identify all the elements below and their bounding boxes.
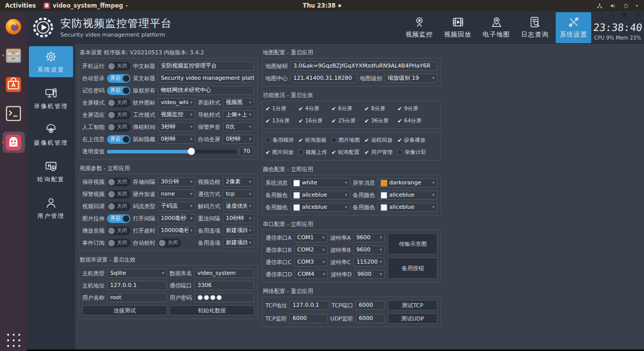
dock-item-video-app[interactable] bbox=[3, 132, 25, 153]
fullscreen-mode-toggle[interactable]: 关闭 bbox=[107, 99, 130, 107]
sidebar-item-nvr[interactable]: 录像机管理 bbox=[29, 83, 73, 114]
checkbox-checked[interactable]: ✔4分屏 bbox=[298, 105, 329, 112]
hw-accel-select[interactable]: none▾ bbox=[158, 189, 195, 199]
checkbox-checked[interactable]: ✔用户管理 bbox=[364, 149, 395, 156]
opacity-slider[interactable] bbox=[107, 147, 236, 155]
power-icon[interactable] bbox=[623, 3, 629, 9]
sidebar-item-gear[interactable]: 系统设置 bbox=[29, 46, 73, 77]
map-zoom-select[interactable]: 缩放级别 19▾ bbox=[385, 74, 437, 83]
work-mode-select[interactable]: 视频监控▾ bbox=[158, 110, 195, 119]
play-audio-toggle[interactable]: 关闭 bbox=[107, 227, 130, 235]
video-border-select[interactable]: 2像素▾ bbox=[223, 177, 254, 186]
checkbox-checked[interactable]: ✔图片回放 bbox=[265, 149, 296, 156]
sidebar-item-user[interactable]: 用户管理 bbox=[29, 193, 73, 224]
checkbox-checked[interactable]: ✔36分屏 bbox=[364, 117, 395, 124]
nav-webcam[interactable]: 视频监控 bbox=[401, 12, 437, 43]
copyright-input[interactable]: 物联网技术研究中心 bbox=[158, 86, 254, 95]
transfer-diagram-button[interactable]: 传输示意图 bbox=[388, 233, 437, 254]
checkbox-checked[interactable]: ✔25分屏 bbox=[331, 117, 362, 124]
alarm-sound-select[interactable]: 0次▾ bbox=[223, 122, 254, 132]
remember-password-toggle[interactable]: 开启 bbox=[107, 86, 130, 95]
spare-button[interactable]: 备用按钮 bbox=[388, 258, 437, 279]
checkbox-checked[interactable]: ✔远程回放 bbox=[364, 137, 395, 144]
restore-button[interactable] bbox=[622, 13, 627, 18]
auto-fullscreen-select[interactable]: 0秒钟▾ bbox=[223, 135, 254, 144]
boot-run-toggle[interactable]: 关闭 bbox=[107, 62, 130, 71]
baud-a-select[interactable]: 9600▾ bbox=[353, 233, 385, 242]
stream-type-select[interactable]: 子码流▾ bbox=[158, 202, 195, 211]
app-icon-select[interactable]: video_white▾ bbox=[158, 98, 195, 107]
dock-item-ubuntu-software[interactable] bbox=[3, 74, 25, 95]
video-callback-toggle[interactable]: 关闭 bbox=[107, 202, 130, 211]
activities-button[interactable]: Activities bbox=[5, 2, 36, 9]
save-video-toggle[interactable]: 关闭 bbox=[107, 178, 130, 186]
nav-log[interactable]: 日志查询 bbox=[517, 12, 553, 43]
app-menu-button[interactable]: video_system_ffmpeg ▾ bbox=[43, 2, 128, 9]
dock-item-firefox[interactable] bbox=[3, 16, 25, 37]
mouse-hide-select[interactable]: 0秒钟▾ bbox=[158, 135, 195, 144]
decode-mode-select[interactable]: 速度优先▾ bbox=[223, 202, 254, 211]
nav-map[interactable]: 电子地图 bbox=[479, 12, 514, 43]
test-tcp-button[interactable]: 测试TCP bbox=[388, 300, 437, 310]
spare-color-select1[interactable]: aliceblue▾ bbox=[290, 190, 350, 200]
network-icon[interactable] bbox=[596, 3, 603, 9]
sidebar-item-camera[interactable]: 摄像机管理 bbox=[29, 119, 73, 150]
show-applications-button[interactable] bbox=[7, 334, 20, 347]
system-tray[interactable]: ▾ bbox=[596, 3, 644, 9]
spare-option-select[interactable]: 新建项目▾ bbox=[223, 226, 254, 235]
slider-thumb[interactable] bbox=[188, 148, 195, 155]
error-msg-color-select[interactable]: darkorange▾ bbox=[378, 178, 437, 187]
db-password-input[interactable]: ●●●● bbox=[194, 293, 254, 302]
db-name-input[interactable]: video_system bbox=[194, 269, 254, 278]
minimize-button[interactable] bbox=[609, 13, 615, 18]
dock-item-files[interactable] bbox=[3, 45, 25, 66]
db-user-input[interactable]: root bbox=[107, 293, 167, 302]
dock-item-terminal[interactable] bbox=[3, 103, 25, 124]
spare-color-select2[interactable]: aliceblue▾ bbox=[378, 190, 437, 200]
alarm-video-toggle[interactable]: 关闭 bbox=[107, 190, 130, 199]
nav-style-select[interactable]: 上侧+上侧▾ bbox=[223, 110, 254, 119]
open-interval-select[interactable]: 1000毫秒▾ bbox=[158, 214, 195, 223]
checkbox-checked[interactable]: ✔设备播放 bbox=[397, 137, 428, 144]
serial-a-select[interactable]: COM1▾ bbox=[294, 233, 328, 242]
serial-b-select[interactable]: COM2▾ bbox=[294, 245, 328, 254]
checkbox-unchecked[interactable]: 备用模块 bbox=[265, 137, 296, 144]
checkbox-unchecked[interactable]: 录像计划 bbox=[397, 149, 428, 156]
spare-color-select3[interactable]: aliceblue▾ bbox=[290, 203, 350, 212]
event-subscribe-toggle[interactable]: 关闭 bbox=[107, 239, 130, 247]
init-data-button[interactable]: 初始化数据 bbox=[170, 305, 254, 315]
tcp-address-input[interactable]: 127.0.0.1 bbox=[289, 301, 329, 310]
serial-c-select[interactable]: COM3▾ bbox=[294, 258, 328, 267]
baud-d-select[interactable]: 9600▾ bbox=[354, 270, 385, 279]
spare-option-select2[interactable]: 新建项目▾ bbox=[223, 238, 254, 247]
checkbox-checked[interactable]: ✔16分屏 bbox=[298, 117, 329, 124]
popup-time-select[interactable]: 3秒钟▾ bbox=[158, 122, 195, 132]
checkbox-checked[interactable]: ✔64分屏 bbox=[397, 117, 428, 124]
nav-playback[interactable]: 视频回放 bbox=[440, 12, 476, 43]
storage-interval-select[interactable]: 30分钟▾ bbox=[158, 177, 195, 186]
test-connection-button[interactable]: 连接测试 bbox=[82, 305, 167, 315]
checkbox-checked[interactable]: ✔8分屏 bbox=[364, 105, 395, 112]
topright-info-toggle[interactable]: 开启 bbox=[107, 135, 130, 144]
checkbox-checked[interactable]: ✔1分屏 bbox=[265, 105, 296, 112]
comm-mode-select[interactable]: tcp▾ bbox=[223, 189, 254, 199]
close-button[interactable] bbox=[635, 13, 640, 18]
checkbox-checked[interactable]: ✔13分屏 bbox=[265, 117, 296, 124]
baud-c-select[interactable]: 115200▾ bbox=[353, 258, 385, 267]
checkbox-checked[interactable]: ✔6分屏 bbox=[331, 105, 362, 112]
tcp-listen-input[interactable]: 6000 bbox=[289, 314, 327, 323]
fullscreen-fit-toggle[interactable]: 关闭 bbox=[107, 111, 130, 119]
open-timeout-select[interactable]: 10000毫秒▾ bbox=[158, 226, 195, 235]
auto-time-sync-toggle[interactable]: 关闭 bbox=[158, 239, 181, 247]
checkbox-unchecked[interactable]: 图片地图 bbox=[331, 137, 362, 144]
auto-login-toggle[interactable]: 开启 bbox=[107, 74, 130, 83]
db-port-input[interactable]: 3306 bbox=[194, 281, 254, 290]
image-stretch-toggle[interactable]: 开启 bbox=[107, 214, 130, 223]
cn-title-input[interactable]: 安防视频监控管理平台 bbox=[158, 61, 254, 71]
db-host-input[interactable]: 127.0.0.1 bbox=[107, 281, 167, 290]
reconnect-interval-select[interactable]: 10秒钟▾ bbox=[223, 214, 254, 223]
system-msg-color-select[interactable]: white▾ bbox=[290, 178, 350, 187]
test-udp-button[interactable]: 测试UDP bbox=[388, 313, 437, 324]
checkbox-unchecked[interactable]: 视频上传 bbox=[298, 149, 329, 156]
map-key-input[interactable]: 3.0&ak=9GqzBZjfGqXYXMzdfuRN9AL4B4PHaY6R bbox=[290, 61, 437, 71]
